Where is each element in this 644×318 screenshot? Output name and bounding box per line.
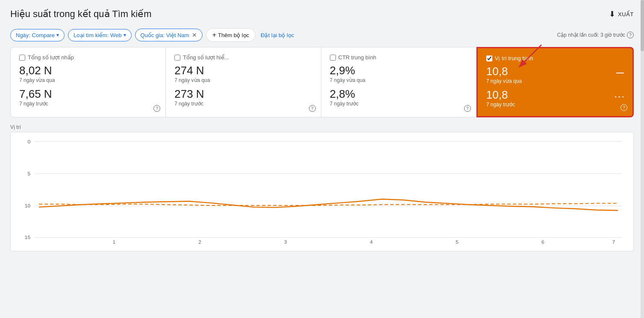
position-help-icon[interactable]: ?: [620, 104, 627, 111]
position-value: 10,8: [486, 65, 522, 78]
position-label: Vị trí trung bình: [495, 55, 533, 61]
position-prev-row: 10,8 7 ngày trước - - -: [486, 88, 624, 108]
ctr-help[interactable]: ?: [464, 105, 471, 112]
add-filter-label: Thêm bộ lọc: [218, 32, 249, 38]
svg-text:3: 3: [284, 239, 287, 245]
position-dash-prev-icon: - - -: [615, 93, 624, 100]
svg-text:7: 7: [612, 239, 615, 245]
metric-card-impressions-header: Tổng số lượt hiể...: [174, 54, 312, 61]
impressions-value-prev: 273 N: [174, 88, 312, 101]
position-help[interactable]: ?: [620, 104, 627, 111]
svg-text:15: 15: [25, 235, 31, 241]
ctr-value: 2,9%: [330, 64, 468, 77]
svg-text:10: 10: [25, 203, 31, 209]
country-filter-label: Quốc gia: Việt Nam: [141, 32, 189, 38]
clicks-label: Tổng số lượt nhấp: [28, 54, 74, 61]
metric-card-ctr-header: CTR trung bình: [330, 54, 468, 61]
position-period: 7 ngày vừa qua: [486, 78, 522, 84]
impressions-values: 274 N 7 ngày vừa qua: [174, 64, 312, 88]
svg-text:1: 1: [112, 239, 115, 245]
svg-text:0: 0: [27, 139, 30, 145]
ctr-current: 2,9% 7 ngày vừa qua: [330, 64, 468, 83]
position-prev-block: 10,8 7 ngày trước: [486, 88, 515, 108]
add-filter-button[interactable]: + Thêm bộ lọc: [206, 28, 256, 42]
ctr-label: CTR trung bình: [338, 54, 376, 61]
date-chevron-icon: ▾: [56, 32, 59, 38]
clicks-values: 8,02 N 7 ngày vừa qua: [19, 64, 157, 88]
clicks-value: 8,02 N: [19, 64, 55, 77]
annotation-area: Tổng số lượt nhấp 8,02 N 7 ngày vừa qua …: [0, 47, 644, 117]
search-type-filter-label: Loại tìm kiếm: Web: [74, 32, 122, 38]
impressions-checkbox[interactable]: [174, 55, 180, 61]
date-filter-chip[interactable]: Ngày: Compare ▾: [10, 29, 65, 41]
clicks-prev: 7,65 N 7 ngày trước: [19, 88, 157, 107]
scrollbar-thumb[interactable]: [641, 0, 644, 51]
metric-card-impressions[interactable]: Tổng số lượt hiể... 274 N 7 ngày vừa qua…: [166, 47, 321, 117]
filter-bar: Ngày: Compare ▾ Loại tìm kiếm: Web ▾ Quố…: [0, 25, 644, 47]
svg-text:6: 6: [541, 239, 544, 245]
metric-card-clicks-header: Tổng số lượt nhấp: [19, 54, 157, 61]
ctr-period-prev: 7 ngày trước: [330, 101, 468, 107]
ctr-period: 7 ngày vừa qua: [330, 77, 468, 83]
position-checkbox[interactable]: [486, 55, 492, 61]
ctr-checkbox[interactable]: [330, 55, 336, 61]
export-icon: ⬇: [609, 9, 616, 19]
chart-section: Vị trí 0 5 10 15 1 2 3 4: [0, 117, 644, 251]
impressions-prev-block: 273 N 7 ngày trước: [174, 88, 312, 107]
last-updated-label: Cập nhật lần cuối: 3 giờ trước: [557, 32, 625, 38]
metric-card-ctr[interactable]: CTR trung bình 2,9% 7 ngày vừa qua 2,8% …: [321, 47, 476, 117]
impressions-period-prev: 7 ngày trước: [174, 101, 312, 107]
svg-text:5: 5: [456, 239, 459, 245]
search-type-chevron-icon: ▾: [124, 32, 126, 38]
svg-text:4: 4: [370, 239, 373, 245]
impressions-current: 274 N 7 ngày vừa qua: [174, 64, 210, 88]
country-close-icon[interactable]: ✕: [192, 32, 197, 38]
chart-solid-line: [39, 199, 618, 210]
export-label: XUẤT: [618, 11, 634, 18]
impressions-help[interactable]: ?: [309, 105, 316, 112]
clicks-checkbox[interactable]: [19, 55, 25, 61]
metric-card-position[interactable]: Vị trí trung bình 10,8 7 ngày vừa qua — …: [476, 47, 634, 117]
position-dash-icon: —: [616, 68, 624, 77]
scrollbar[interactable]: [641, 0, 644, 318]
page-container: Hiệu suất trong kết quả Tìm kiếm ⬇ XUẤT …: [0, 0, 644, 318]
ctr-value-prev: 2,8%: [330, 88, 468, 101]
position-current-row: 10,8 7 ngày vừa qua —: [486, 65, 624, 88]
metric-card-clicks[interactable]: Tổng số lượt nhấp 8,02 N 7 ngày vừa qua …: [10, 47, 166, 117]
impressions-help-icon[interactable]: ?: [309, 105, 316, 112]
position-current: 10,8 7 ngày vừa qua: [486, 65, 522, 88]
clicks-period-prev: 7 ngày trước: [19, 101, 52, 107]
svg-text:5: 5: [27, 171, 30, 177]
clicks-help[interactable]: ?: [153, 105, 160, 112]
chart-y-axis-label: Vị trí: [10, 124, 634, 130]
reset-filter-button[interactable]: Đặt lại bộ lọc: [259, 29, 296, 41]
ctr-help-icon[interactable]: ?: [464, 105, 471, 112]
clicks-period: 7 ngày vừa qua: [19, 77, 55, 83]
impressions-period: 7 ngày vừa qua: [174, 77, 210, 83]
date-filter-label: Ngày: Compare: [16, 32, 55, 38]
metric-card-position-header: Vị trí trung bình: [486, 55, 624, 61]
chart-svg: 0 5 10 15 1 2 3 4 5 6 7: [18, 137, 626, 246]
clicks-value-prev: 7,65 N: [19, 88, 52, 101]
clicks-current: 8,02 N 7 ngày vừa qua: [19, 64, 55, 88]
svg-text:2: 2: [198, 239, 201, 245]
chart-container: 0 5 10 15 1 2 3 4 5 6 7: [10, 132, 634, 251]
last-updated: Cập nhật lần cuối: 3 giờ trước ?: [557, 32, 634, 38]
search-type-filter-chip[interactable]: Loại tìm kiếm: Web ▾: [68, 29, 132, 41]
impressions-label: Tổng số lượt hiể...: [183, 54, 229, 61]
clicks-prev-block: 7,65 N 7 ngày trước: [19, 88, 52, 107]
last-updated-help-icon[interactable]: ?: [627, 32, 634, 38]
clicks-help-icon[interactable]: ?: [153, 105, 160, 112]
ctr-prev-block: 2,8% 7 ngày trước: [330, 88, 468, 107]
plus-icon: +: [212, 31, 216, 39]
country-filter-chip[interactable]: Quốc gia: Việt Nam ✕: [135, 29, 203, 41]
metrics-row: Tổng số lượt nhấp 8,02 N 7 ngày vừa qua …: [10, 47, 634, 117]
export-button[interactable]: ⬇ XUẤT: [609, 9, 634, 19]
header: Hiệu suất trong kết quả Tìm kiếm ⬇ XUẤT: [0, 0, 644, 25]
position-period-prev: 7 ngày trước: [486, 102, 515, 108]
impressions-value: 274 N: [174, 64, 210, 77]
page-title: Hiệu suất trong kết quả Tìm kiếm: [10, 9, 151, 20]
position-value-prev: 10,8: [486, 88, 515, 102]
